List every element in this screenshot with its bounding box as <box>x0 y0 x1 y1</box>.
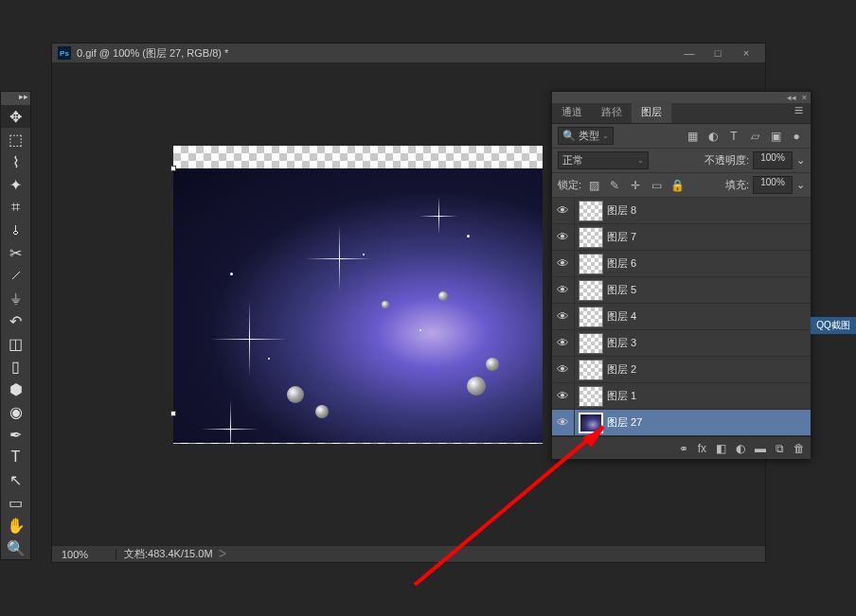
history-brush-tool[interactable]: ↶ <box>1 309 30 332</box>
eraser-tool[interactable]: ◫ <box>1 332 30 355</box>
layer-thumbnail[interactable] <box>579 333 603 354</box>
mask-icon[interactable]: ◧ <box>716 442 726 455</box>
layer-name[interactable]: 图层 5 <box>607 283 636 297</box>
close-button[interactable]: × <box>733 45 759 61</box>
layer-row[interactable]: 👁图层 7 <box>552 224 811 251</box>
layer-thumbnail[interactable] <box>579 280 603 301</box>
type-tool[interactable]: T <box>1 446 30 468</box>
layer-thumbnail[interactable] <box>579 254 603 274</box>
layer-name[interactable]: 图层 2 <box>607 362 636 377</box>
new-layer-icon[interactable]: ⧉ <box>776 442 784 455</box>
minimize-button[interactable]: — <box>676 45 703 61</box>
lock-transparency-icon[interactable]: ▨ <box>585 177 602 194</box>
fx-icon[interactable]: fx <box>698 442 706 455</box>
lock-artboard-icon[interactable]: ▭ <box>648 177 665 194</box>
layer-thumbnail[interactable] <box>579 360 603 380</box>
shape-tool[interactable]: ▭ <box>1 491 30 514</box>
tools-panel: ▸▸ ✥ ⬚ ⌇ ✦ ⌗ ⫰ ✂ ⟋ ⏚ ↶ ◫ ▯ ⬢ ◉ ✒ T ↖ ▭ ✋… <box>0 91 31 560</box>
canvas[interactable] <box>173 146 543 444</box>
wand-tool[interactable]: ✦ <box>1 173 30 196</box>
panel-menu-icon[interactable]: ≡ <box>787 98 811 123</box>
filter-adjust-icon[interactable]: ◐ <box>704 128 722 145</box>
crop-tool[interactable]: ⌗ <box>1 196 30 219</box>
opacity-label: 不透明度: <box>704 153 749 167</box>
filter-shape-icon[interactable]: ▱ <box>746 128 763 145</box>
patch-tool[interactable]: ✂ <box>1 241 30 264</box>
filter-toggle-icon[interactable]: ● <box>788 128 805 145</box>
layer-thumbnail[interactable] <box>579 227 603 248</box>
layer-list[interactable]: 👁图层 8👁图层 7👁图层 6👁图层 5👁图层 4👁图层 3👁图层 2👁图层 1… <box>552 198 811 436</box>
status-bar: 100% 文档:483.4K/15.0Mᐳ <box>52 545 765 562</box>
layer-name[interactable]: 图层 7 <box>607 230 636 244</box>
layer-row[interactable]: 👁图层 8 <box>552 198 811 224</box>
blend-mode-dropdown[interactable]: 正常 ⌄ <box>558 151 649 169</box>
layer-name[interactable]: 图层 8 <box>607 203 636 218</box>
lasso-tool[interactable]: ⌇ <box>1 150 30 173</box>
move-tool[interactable]: ✥ <box>1 105 30 128</box>
layer-filter-row: 🔍 类型 ⌄ ▦ ◐ T ▱ ▣ ● <box>552 124 811 149</box>
visibility-icon[interactable]: 👁 <box>552 357 575 382</box>
visibility-icon[interactable]: 👁 <box>552 251 575 276</box>
visibility-icon[interactable]: 👁 <box>552 330 575 356</box>
filter-smart-icon[interactable]: ▣ <box>767 128 784 145</box>
delete-layer-icon[interactable]: 🗑 <box>794 442 805 455</box>
stamp-tool[interactable]: ⏚ <box>1 287 30 309</box>
layer-row[interactable]: 👁图层 3 <box>552 330 811 357</box>
title-bar[interactable]: Ps 0.gif @ 100% (图层 27, RGB/8) * — □ × <box>52 44 765 62</box>
layer-row[interactable]: 👁图层 6 <box>552 251 811 277</box>
brush-tool[interactable]: ⟋ <box>1 264 30 287</box>
pen-tool[interactable]: ✒ <box>1 423 30 446</box>
fill-input[interactable]: 100% <box>753 176 793 194</box>
layer-name[interactable]: 图层 4 <box>607 309 636 324</box>
zoom-tool[interactable]: 🔍 <box>1 537 30 559</box>
layer-row[interactable]: 👁图层 5 <box>552 277 811 304</box>
filter-type-icon[interactable]: T <box>725 128 742 145</box>
layer-thumbnail[interactable] <box>579 386 603 407</box>
visibility-icon[interactable]: 👁 <box>552 198 575 223</box>
maximize-button[interactable]: □ <box>704 45 731 61</box>
lock-row: 锁定: ▨ ✎ ✛ ▭ 🔒 填充: 100% ⌄ <box>552 173 811 198</box>
adjustment-icon[interactable]: ◐ <box>736 442 745 455</box>
side-tag: QQ截图 <box>811 317 856 334</box>
visibility-icon[interactable]: 👁 <box>552 304 575 329</box>
tab-paths[interactable]: 路径 <box>592 101 632 123</box>
layer-thumbnail[interactable] <box>579 307 603 327</box>
layer-name[interactable]: 图层 27 <box>607 415 642 430</box>
filter-kind-dropdown[interactable]: 🔍 类型 ⌄ <box>558 127 614 145</box>
zoom-level[interactable]: 100% <box>52 549 116 560</box>
visibility-icon[interactable]: 👁 <box>552 224 575 250</box>
layer-name[interactable]: 图层 3 <box>607 336 636 350</box>
lock-position-icon[interactable]: ✛ <box>627 177 644 194</box>
link-layers-icon[interactable]: ⚭ <box>679 442 688 455</box>
layer-name[interactable]: 图层 6 <box>607 256 636 271</box>
transform-handle[interactable] <box>170 411 176 416</box>
opacity-input[interactable]: 100% <box>753 151 793 169</box>
lock-paint-icon[interactable]: ✎ <box>606 177 623 194</box>
tab-layers[interactable]: 图层 <box>632 101 671 123</box>
layer-row[interactable]: 👁图层 4 <box>552 304 811 330</box>
visibility-icon[interactable]: 👁 <box>552 410 575 435</box>
blend-mode-value: 正常 <box>562 153 583 167</box>
filter-pixel-icon[interactable]: ▦ <box>684 128 701 145</box>
hand-tool[interactable]: ✋ <box>1 514 30 537</box>
layer-thumbnail[interactable] <box>579 201 603 221</box>
dodge-tool[interactable]: ◉ <box>1 400 30 423</box>
ps-icon: Ps <box>58 46 71 60</box>
layer-row[interactable]: 👁图层 1 <box>552 383 811 410</box>
tab-channels[interactable]: 通道 <box>552 101 592 123</box>
transform-handle[interactable] <box>170 166 176 171</box>
marquee-tool[interactable]: ⬚ <box>1 128 30 150</box>
eyedropper-tool[interactable]: ⫰ <box>1 219 30 241</box>
group-icon[interactable]: ▬ <box>755 442 766 455</box>
path-select-tool[interactable]: ↖ <box>1 468 30 491</box>
blur-tool[interactable]: ⬢ <box>1 378 30 400</box>
visibility-icon[interactable]: 👁 <box>552 383 575 409</box>
lock-label: 锁定: <box>558 178 581 192</box>
panel-tabs: 通道 路径 图层 ≡ <box>552 103 811 124</box>
layer-row[interactable]: 👁图层 2 <box>552 357 811 383</box>
layer-name[interactable]: 图层 1 <box>607 389 636 403</box>
visibility-icon[interactable]: 👁 <box>552 277 575 303</box>
lock-all-icon[interactable]: 🔒 <box>669 177 686 194</box>
gradient-tool[interactable]: ▯ <box>1 355 30 378</box>
tools-collapse[interactable]: ▸▸ <box>1 92 30 105</box>
